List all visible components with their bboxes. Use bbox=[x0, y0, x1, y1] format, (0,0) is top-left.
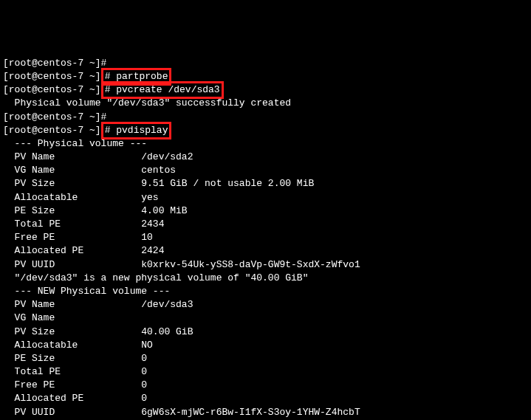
pe-size-row: PE Size 0 bbox=[3, 352, 528, 365]
free-pe-row: Free PE 0 bbox=[3, 379, 528, 392]
vg-name-row: VG Name centos bbox=[3, 164, 528, 177]
pe-size-row: PE Size 4.00 MiB bbox=[3, 204, 528, 218]
free-pe-row: Free PE 10 bbox=[3, 231, 528, 244]
total-pe-row: Total PE 2434 bbox=[3, 218, 528, 231]
prompt: [root@centos-7 ~] bbox=[3, 125, 101, 136]
pv-size-row: PV Size 9.51 GiB / not usable 2.00 MiB bbox=[3, 177, 528, 190]
cmd-partprobe: # partprobe bbox=[105, 71, 168, 82]
terminal-output: Physical volume "/dev/sda3" successfully… bbox=[3, 97, 528, 110]
pv-uuid-row: PV UUID 6gW6sX-mjWC-r6Bw-I1fX-S3oy-1YHW-… bbox=[3, 406, 528, 419]
terminal-line: [root@centos-7 ~]# pvcreate /dev/sda3 bbox=[3, 83, 528, 97]
allocatable-row: Allocatable yes bbox=[3, 191, 528, 204]
allocated-pe-row: Allocated PE 2424 bbox=[3, 244, 528, 258]
terminal-line: [root@centos-7 ~]# pvdisplay bbox=[3, 124, 528, 137]
prompt: [root@centos-7 ~] bbox=[3, 71, 101, 82]
terminal-output: --- Physical volume --- bbox=[3, 137, 528, 151]
prompt: [root@centos-7 ~] bbox=[3, 84, 101, 95]
terminal-line: [root@centos-7 ~]# partprobe bbox=[3, 70, 528, 83]
terminal-output: --- NEW Physical volume --- bbox=[3, 285, 528, 298]
total-pe-row: Total PE 0 bbox=[3, 365, 528, 379]
vg-name-row: VG Name bbox=[3, 311, 528, 325]
terminal-line: [root@centos-7 ~]# bbox=[3, 57, 528, 70]
allocated-pe-row: Allocated PE 0 bbox=[3, 392, 528, 405]
pv-uuid-row: PV UUID k0xrkv-54Uk-ySS8-daVp-GW9t-SxdX-… bbox=[3, 258, 528, 272]
pv-name-row: PV Name /dev/sda2 bbox=[3, 151, 528, 164]
terminal-output: "/dev/sda3" is a new physical volume of … bbox=[3, 272, 528, 285]
allocatable-row: Allocatable NO bbox=[3, 339, 528, 352]
terminal-line: [root@centos-7 ~]# bbox=[3, 111, 528, 124]
cmd-pvcreate: # pvcreate /dev/sda3 bbox=[105, 84, 220, 95]
pv-name-row: PV Name /dev/sda3 bbox=[3, 298, 528, 311]
cmd-pvdisplay: # pvdisplay bbox=[105, 125, 168, 136]
pv-size-row: PV Size 40.00 GiB bbox=[3, 326, 528, 339]
